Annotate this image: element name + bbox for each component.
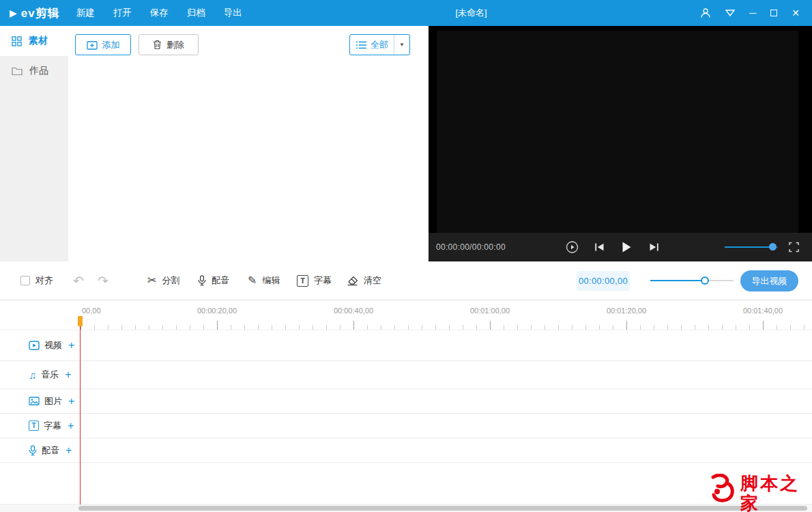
playhead-handle[interactable] xyxy=(78,316,83,326)
align-toggle[interactable]: 对齐 xyxy=(20,261,53,300)
track-label: 配音 xyxy=(42,444,59,457)
sidebar: 素材 作品 xyxy=(0,26,68,261)
video-viewport xyxy=(437,31,798,233)
pencil-icon: ✎ xyxy=(248,275,257,286)
track-label: 视频 xyxy=(44,339,62,352)
scrollbar-thumb[interactable] xyxy=(78,506,807,511)
volume-slider[interactable] xyxy=(725,242,778,252)
redo-icon[interactable]: ↷ xyxy=(98,273,108,289)
minimize-button[interactable]: ─ xyxy=(749,8,756,18)
ruler-major-tick xyxy=(353,321,354,330)
play-button[interactable] xyxy=(622,242,632,253)
sidebar-item-material[interactable]: 素材 xyxy=(0,26,68,56)
add-image-button[interactable]: + xyxy=(68,396,74,407)
track-row-video: 视频 + xyxy=(0,330,812,361)
play-speed-icon[interactable] xyxy=(566,241,579,254)
watermark-name: 脚本之家 xyxy=(740,474,812,512)
add-file-icon xyxy=(87,40,98,50)
document-title: [未命名] xyxy=(242,7,701,19)
add-video-button[interactable]: + xyxy=(68,340,74,351)
dropdown-icon[interactable] xyxy=(725,10,735,16)
window-controls: ─ ✕ xyxy=(700,0,812,26)
add-material-button[interactable]: 添加 xyxy=(75,34,131,55)
undo-icon[interactable]: ↶ xyxy=(73,273,84,289)
main-menu: 新建 打开 保存 归档 导出 xyxy=(76,7,242,19)
watermark: 脚本之家 www.jb51.net xyxy=(708,474,812,512)
menu-archive[interactable]: 归档 xyxy=(187,7,205,19)
split-label: 分割 xyxy=(162,274,179,287)
ruler-label: 00:01:40,00 xyxy=(743,307,783,315)
clear-button[interactable]: 清空 xyxy=(347,261,381,300)
preview-panel: 00:00:00/00:00:00 xyxy=(429,26,812,261)
jb51-logo xyxy=(708,474,736,507)
track-header-video: 视频 + xyxy=(0,330,80,360)
fullscreen-icon[interactable] xyxy=(789,242,799,253)
sidebar-item-label: 素材 xyxy=(29,35,48,47)
maximize-button[interactable] xyxy=(770,10,777,16)
user-icon[interactable] xyxy=(700,8,711,18)
volume-knob[interactable] xyxy=(769,243,777,251)
track-label: 字幕 xyxy=(44,420,61,432)
split-button[interactable]: ✂ 分割 xyxy=(147,261,179,300)
export-video-button[interactable]: 导出视频 xyxy=(740,270,798,291)
zoom-fill xyxy=(650,280,705,281)
track-lane-subtitle[interactable] xyxy=(80,414,812,438)
app-name: ev剪辑 xyxy=(21,5,60,21)
logo-play-icon: ▶ xyxy=(10,8,17,18)
microphone-icon xyxy=(198,275,206,286)
material-panel: 添加 删除 全部 ▼ xyxy=(68,26,429,261)
timeline-zoom-slider[interactable] xyxy=(650,276,734,285)
edit-button[interactable]: ✎ 编辑 xyxy=(248,261,280,300)
subtitle-t-icon: T xyxy=(29,421,39,431)
track-lane-video[interactable] xyxy=(80,330,812,360)
timecode-display: 00:00:00,00 xyxy=(577,271,630,291)
menu-save[interactable]: 保存 xyxy=(150,7,169,19)
filter-dropdown[interactable]: 全部 ▼ xyxy=(349,34,410,55)
add-label: 添加 xyxy=(102,39,120,51)
dub-button[interactable]: 配音 xyxy=(198,261,229,300)
app-window: ▶ ev剪辑 新建 打开 保存 归档 导出 [未命名] ─ ✕ 素材 作品 xyxy=(0,0,812,512)
volume-fill xyxy=(725,246,773,248)
track-label: 音乐 xyxy=(41,369,59,381)
menu-open[interactable]: 打开 xyxy=(113,7,132,19)
folder-icon xyxy=(12,66,23,76)
track-row-subtitle: T 字幕 + xyxy=(0,414,812,438)
sidebar-item-works[interactable]: 作品 xyxy=(0,56,68,86)
subtitle-t-icon: T xyxy=(297,275,308,287)
list-icon xyxy=(356,41,366,49)
edit-toolbar: 对齐 ↶ ↷ ✂ 分割 配音 ✎ 编辑 T 字幕 清空 00:00:00,00 xyxy=(0,261,812,300)
image-icon xyxy=(29,397,40,406)
horizontal-scrollbar xyxy=(0,504,812,512)
track-lane-image[interactable] xyxy=(80,389,812,413)
add-music-button[interactable]: + xyxy=(65,369,71,380)
zoom-knob[interactable] xyxy=(701,276,709,285)
subtitle-button[interactable]: T 字幕 xyxy=(297,261,332,300)
menu-new[interactable]: 新建 xyxy=(76,7,95,19)
player-time: 00:00:00/00:00:00 xyxy=(436,242,506,252)
previous-frame-button[interactable] xyxy=(594,243,605,252)
title-bar: ▶ ev剪辑 新建 打开 保存 归档 导出 [未命名] ─ ✕ xyxy=(0,0,812,26)
close-button[interactable]: ✕ xyxy=(792,8,800,18)
add-dub-button[interactable]: + xyxy=(66,445,72,456)
track-row-dub: 配音 + xyxy=(0,438,812,463)
add-subtitle-button[interactable]: + xyxy=(68,421,74,431)
ruler-label: 00,00 xyxy=(82,307,101,315)
track-lane-dub[interactable] xyxy=(80,438,812,462)
track-header-image: 图片 + xyxy=(0,389,80,413)
playhead-line xyxy=(80,316,81,504)
menu-export[interactable]: 导出 xyxy=(224,7,242,19)
timeline-ruler[interactable]: 00,00 00:00:20,00 00:00:40,00 00:01:00,0… xyxy=(0,300,812,330)
track-header-subtitle: T 字幕 + xyxy=(0,414,80,438)
maximize-icon xyxy=(770,10,777,16)
delete-material-button[interactable]: 删除 xyxy=(139,34,199,55)
track-lane-music[interactable] xyxy=(80,361,812,388)
align-checkbox[interactable] xyxy=(20,276,30,285)
align-label: 对齐 xyxy=(35,274,53,287)
trash-icon xyxy=(153,40,162,50)
music-note-icon: ♫ xyxy=(29,370,36,380)
ruler-major-tick xyxy=(763,321,764,330)
track-row-image: 图片 + xyxy=(0,389,812,414)
next-frame-button[interactable] xyxy=(649,243,659,252)
watermark-text: 脚本之家 www.jb51.net xyxy=(740,474,812,512)
track-row-music: ♫ 音乐 + xyxy=(0,361,812,389)
